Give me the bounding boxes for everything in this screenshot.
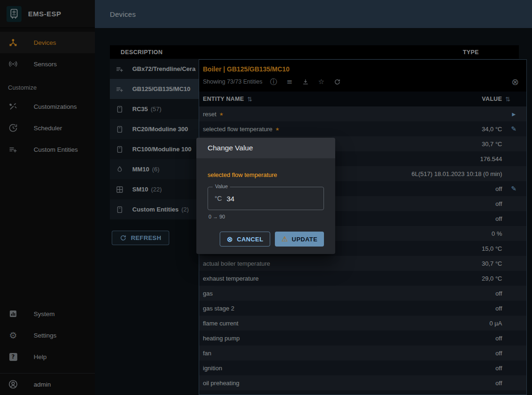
cancel-button-label: CANCEL — [237, 236, 264, 243]
dialog-actions: ⊗ CANCEL ⚠ UPDATE — [208, 232, 324, 247]
unit-adornment: °C — [215, 195, 222, 202]
update-button[interactable]: ⚠ UPDATE — [275, 232, 324, 247]
input-label: Value — [213, 183, 230, 189]
entity-label: selected flow temperature — [208, 158, 324, 178]
input-value: 34 — [227, 195, 235, 203]
update-button-label: UPDATE — [292, 236, 317, 243]
value-range-hint: 0 → 90 — [208, 214, 324, 219]
change-value-dialog: Change Value selected flow temperature V… — [196, 138, 335, 254]
ems-esp-app: EMS-ESP Devices Sensors Customize Cust — [0, 0, 532, 395]
warning-icon: ⚠ — [281, 235, 288, 243]
dialog-body: selected flow temperature Value °C 34 0 … — [196, 158, 335, 254]
value-input[interactable]: Value °C 34 — [208, 187, 324, 210]
dialog-title: Change Value — [196, 138, 335, 158]
cancel-icon: ⊗ — [227, 235, 233, 244]
cancel-button[interactable]: ⊗ CANCEL — [220, 232, 270, 247]
